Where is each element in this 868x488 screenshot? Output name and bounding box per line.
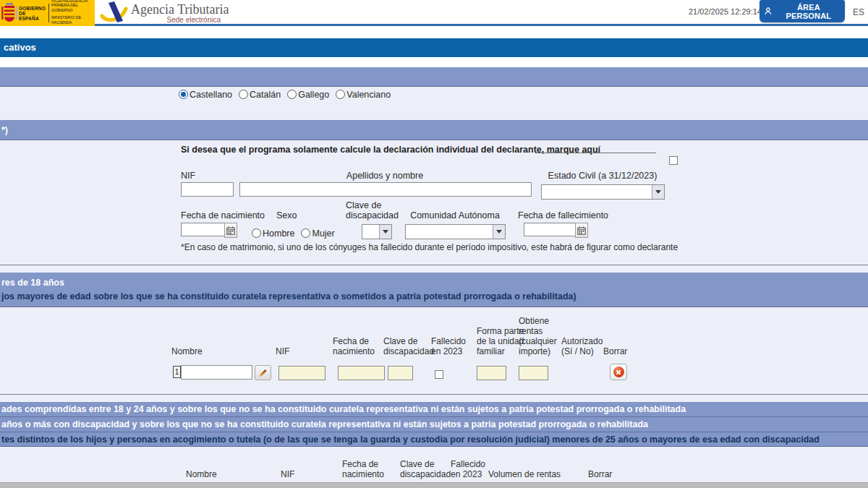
radio-catalan[interactable] [239, 90, 248, 99]
gobierno-logo[interactable]: GOBIERNO DE ESPAÑA VICEPRESIDENCIA PRIME… [0, 0, 95, 26]
radio-hombre[interactable] [252, 228, 261, 238]
row-fecha-nacimiento-input[interactable] [338, 366, 385, 380]
calendar-glyph [226, 226, 235, 235]
comunidad-label: Comunidad Autónoma [405, 210, 505, 221]
comunidad-select[interactable] [405, 224, 506, 239]
language-selector[interactable]: ES [853, 7, 864, 17]
estado-civil-label: Estado Civil (a 31/12/2023) [541, 171, 664, 181]
row-fallecido-checkbox[interactable] [435, 370, 443, 379]
individual-calc-checkbox[interactable] [669, 156, 678, 165]
section-hijos-line1: res de 18 años [0, 276, 868, 290]
delete-row-button[interactable] [610, 364, 627, 380]
section-declarante-title: *) [0, 120, 868, 140]
estado-civil-select[interactable] [541, 184, 665, 200]
nif-input[interactable] [181, 182, 234, 197]
section-header-idioma[interactable] [0, 67, 868, 87]
row-nombre-input[interactable] [181, 365, 252, 380]
radio-valenciano[interactable] [336, 90, 345, 99]
area-personal-button[interactable]: ÁREA PERSONAL [760, 0, 845, 22]
renta-web-page: GOBIERNO DE ESPAÑA VICEPRESIDENCIA PRIME… [0, 0, 868, 488]
nif-label: NIF [181, 171, 195, 181]
row-number: 1 [173, 366, 181, 378]
pencil-icon [259, 369, 266, 376]
leader-line [535, 153, 656, 153]
col-header-clave-discapacidad: Clave de discapacidad [383, 336, 434, 356]
col2-header-borrar: Borrar [588, 469, 620, 479]
col-header-fecha-nacimiento: Fecha de nacimiento [333, 336, 379, 356]
sexo-options: HombreMujer [252, 226, 341, 239]
section-header-hijos-menores[interactable]: res de 18 años jos mayores de edad sobre… [0, 273, 868, 307]
radio-catalan-label: Catalán [250, 90, 281, 100]
fecha-nacimiento-input[interactable] [181, 223, 225, 236]
section-header-otros: ades comprendidas entre 18 y 24 años y s… [0, 402, 868, 447]
row-unidad-familiar-input[interactable] [477, 366, 506, 380]
apellidos-label: Apellidos y nombre [239, 171, 530, 181]
radio-gallego-label: Gallego [298, 90, 329, 100]
datetime-display: 21/02/2025 12:29:14 [689, 7, 762, 16]
col-header-fallecido: Fallecido en 2023 [431, 336, 477, 356]
col2-header-nombre: Nombre [186, 469, 251, 479]
radio-mujer-label: Mujer [312, 228, 334, 239]
calendar-icon[interactable] [575, 223, 588, 238]
fecha-nacimiento-group [181, 223, 237, 238]
radio-castellano-label: Castellano [190, 90, 232, 100]
col2-header-clave-discapacidad: Clave de discapacidad [400, 459, 451, 479]
chevron-down-icon [652, 185, 664, 199]
clave-discapacidad-label: Clave de discapacidad [346, 200, 393, 221]
col-header-unidad-familiar: Forma parte de la unidad familiar [477, 326, 524, 356]
col-header-nif: NIF [276, 346, 319, 356]
radio-gallego[interactable] [287, 90, 297, 99]
col-header-obtiene-rentas: Obtiene rentas (cualquier importe) [519, 316, 561, 356]
col2-header-fecha-nacimiento: Fecha de nacimiento [342, 459, 390, 479]
language-options: CastellanoCatalánGallegoValenciano [179, 87, 397, 100]
col-header-nombre: Nombre [171, 346, 251, 356]
section-header-declarante[interactable]: *) [0, 120, 868, 140]
chevron-down-icon [493, 225, 505, 239]
apellidos-input[interactable] [239, 182, 532, 197]
brand-title: Agencia Tributaria [131, 2, 229, 17]
section-divider [0, 394, 868, 395]
col2-header-nif: NIF [281, 469, 317, 479]
edit-button[interactable] [255, 365, 271, 380]
vicepresidencia-label: VICEPRESIDENCIA PRIMERA DEL GOBIERNO [51, 0, 89, 12]
col-header-autorizado: Autorizado (Sí / No) [561, 336, 606, 356]
matrimonio-footnote: *En caso de matrimonio, si uno de los có… [181, 242, 678, 252]
gobierno-label: GOBIERNO DE ESPAÑA [19, 6, 46, 21]
app-header: GOBIERNO DE ESPAÑA VICEPRESIDENCIA PRIME… [0, 0, 868, 26]
section-otros-line3[interactable]: tes distintos de los hijos y personas en… [0, 432, 868, 447]
row-clave-discapacidad-input[interactable] [388, 366, 413, 380]
ministry-labels: VICEPRESIDENCIA PRIMERA DEL GOBIERNO MIN… [51, 0, 89, 27]
radio-castellano[interactable] [179, 90, 188, 99]
fecha-nacimiento-label: Fecha de nacimiento [181, 210, 265, 221]
radio-mujer[interactable] [301, 228, 310, 238]
user-icon [764, 7, 773, 16]
section-hijos-line2: jos mayores de edad sobre los que se ha … [0, 290, 868, 304]
spain-coat-of-arms-icon [1, 2, 17, 24]
col-header-borrar: Borrar [603, 346, 635, 356]
row-obtiene-rentas-input[interactable] [519, 366, 548, 380]
radio-valenciano-label: Valenciano [346, 90, 391, 100]
horizontal-scrollbar[interactable] [0, 482, 868, 488]
section-otros-line2[interactable]: años o más con discapacidad y sobre los … [0, 416, 868, 432]
fecha-fallecimiento-group [524, 223, 588, 238]
section-divider [0, 265, 868, 265]
row-nif-input[interactable] [278, 366, 326, 380]
delete-icon [613, 367, 624, 377]
area-personal-label: ÁREA PERSONAL [777, 3, 841, 20]
col2-header-volumen-rentas: Volumen de rentas [488, 469, 582, 479]
agencia-tributaria-swoosh-icon [99, 1, 129, 24]
fecha-fallecimiento-label: Fecha de fallecimiento [518, 210, 608, 221]
sexo-label: Sexo [276, 210, 297, 221]
logo-divider [48, 4, 49, 22]
fecha-fallecimiento-input[interactable] [524, 223, 576, 236]
chevron-down-icon [379, 225, 391, 239]
section-otros-line1[interactable]: ades comprendidas entre 18 y 24 años y s… [0, 402, 868, 416]
ministerio-label: MINISTERIO DE HACIENDA [51, 15, 89, 25]
radio-hombre-label: Hombre [263, 228, 294, 239]
brand-subtitle: Sede electrónica [131, 16, 221, 24]
clave-discapacidad-select[interactable] [362, 224, 392, 239]
calendar-glyph [577, 226, 586, 235]
breadcrumb-bar: cativos [0, 38, 868, 57]
breadcrumb-text: cativos [4, 42, 36, 53]
calendar-icon[interactable] [224, 223, 237, 238]
